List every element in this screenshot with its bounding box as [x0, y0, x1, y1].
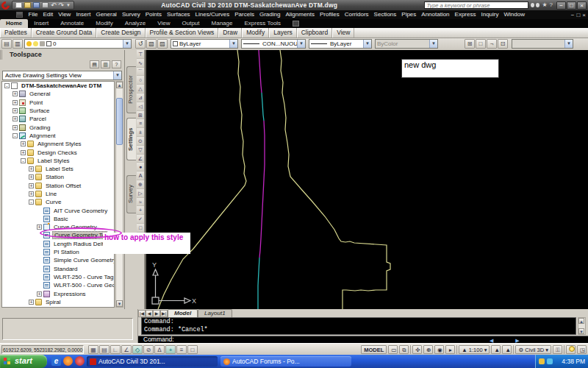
road-edge-left[interactable]: [158, 50, 246, 309]
command-history[interactable]: Command:Command: *Cancel*: [141, 317, 576, 335]
zoom-icon[interactable]: ⊕: [423, 345, 433, 354]
menu-profiles[interactable]: Profiles: [318, 10, 343, 19]
tree-item-basic[interactable]: Basic: [2, 215, 114, 223]
side-tool-icon-19[interactable]: +: [137, 206, 144, 215]
tray-icon-1[interactable]: [539, 358, 545, 364]
collapse-icon[interactable]: -: [29, 199, 34, 205]
side-tool-icon-16[interactable]: ⊕: [137, 180, 144, 189]
layer-dropdown-arrow-icon[interactable]: ▼: [123, 40, 131, 48]
settings-view-select[interactable]: Active Drawing Settings View ▼: [2, 71, 122, 80]
ribbon-tab-manage[interactable]: Manage: [206, 19, 239, 28]
layer-select[interactable]: 0 ▼: [24, 39, 132, 49]
expand-icon[interactable]: +: [29, 183, 34, 188]
app-restore-button[interactable]: □: [567, 1, 576, 10]
scroll-up-icon[interactable]: ▲: [116, 82, 123, 88]
quick-view-drawings-icon[interactable]: ⧉: [399, 345, 409, 354]
annotation-scale-button[interactable]: ▲ 1:100 ▾: [459, 345, 490, 354]
ribbon-tab-home[interactable]: Home: [0, 19, 28, 28]
menu-insert[interactable]: Insert: [74, 10, 93, 19]
lineweight-dropdown-arrow-icon[interactable]: ▼: [363, 40, 371, 48]
tree-item-label-styles[interactable]: -Label Styles: [2, 157, 114, 165]
expand-icon[interactable]: +: [29, 174, 34, 180]
toggle-ortho[interactable]: ∟: [110, 345, 121, 354]
make-layer-current-icon[interactable]: ↺: [135, 39, 146, 49]
coordinate-display[interactable]: 619212.6209, 5523182.2982, 0.0000: [1, 345, 84, 354]
side-tool-icon-8[interactable]: ⊞: [137, 111, 144, 120]
command-input-line[interactable]: Command: ◀ ▶: [138, 336, 588, 343]
expand-icon[interactable]: +: [12, 100, 18, 105]
tree-item-ait-curve-geometry[interactable]: AIT Curve Geometry: [2, 206, 114, 214]
tree-item-alignment[interactable]: -Alignment: [2, 132, 114, 140]
side-tool-icon-17[interactable]: ▷: [137, 189, 144, 198]
doc-close-button[interactable]: ×: [582, 12, 586, 18]
toggle-otrack[interactable]: ⊘: [143, 345, 154, 354]
ribbon-panel-clipboard[interactable]: Clipboard: [297, 28, 332, 38]
app-minimize-button[interactable]: −: [556, 1, 566, 10]
side-tool-icon-7[interactable]: ◁: [137, 102, 144, 111]
menu-pipes[interactable]: Pipes: [399, 10, 419, 19]
tree-item-station[interactable]: +Station: [2, 173, 114, 181]
clean-screen-icon[interactable]: ◳: [577, 345, 587, 354]
tree-item-spiral[interactable]: +Spiral: [2, 298, 114, 306]
menu-surfaces[interactable]: Surfaces: [165, 10, 193, 19]
ribbon-tab-output[interactable]: Output: [176, 19, 206, 28]
menu-file[interactable]: File: [26, 10, 40, 19]
side-tool-icon-4[interactable]: ○: [137, 76, 144, 85]
plot-icon[interactable]: [42, 2, 49, 8]
menu-general[interactable]: General: [93, 10, 119, 19]
alignment-centerline-magenta-main[interactable]: [259, 121, 265, 258]
drawing-canvas[interactable]: Y X new dwg: [145, 50, 588, 309]
side-tool-icon-9[interactable]: ≡: [137, 119, 144, 128]
alignment-centerline-magenta-top[interactable]: [259, 50, 262, 93]
menu-sections[interactable]: Sections: [371, 10, 399, 19]
expand-icon[interactable]: +: [21, 150, 26, 155]
pan-icon[interactable]: ✣: [412, 345, 422, 354]
tree-item-design-checks[interactable]: +Design Checks: [2, 148, 114, 156]
side-tool-icon-12[interactable]: ▽: [137, 146, 144, 155]
internet-explorer-icon[interactable]: e: [51, 356, 61, 366]
tree-item-line[interactable]: +Line: [2, 190, 114, 198]
tree-item-expressions[interactable]: +Expressions: [2, 289, 114, 297]
toggle-osnap[interactable]: ◇: [132, 345, 143, 354]
menu-view[interactable]: View: [56, 10, 74, 19]
menu-lines-curves[interactable]: Lines/Curves: [193, 10, 232, 19]
settings-view-arrow-icon[interactable]: ▼: [113, 71, 121, 79]
tree-item-general[interactable]: +General: [2, 90, 114, 98]
command-scroll-down-icon[interactable]: ▼: [578, 328, 584, 334]
tool-button-3-icon[interactable]: ¬: [487, 39, 497, 49]
tree-item-curve-geometry[interactable]: +Curve Geometry: [2, 223, 114, 231]
binoculars-search-icon[interactable]: [531, 2, 539, 8]
side-tool-icon-21[interactable]: □: [137, 224, 144, 233]
quick-view-layouts-icon[interactable]: ▭: [388, 345, 398, 354]
doc-restore-button[interactable]: □: [576, 12, 580, 18]
ribbon-panel-profile-section-views[interactable]: Profile & Section Views: [146, 28, 219, 38]
toggle-grid[interactable]: ▤: [99, 345, 110, 354]
toolspace-tab-settings[interactable]: Settings: [126, 118, 136, 160]
menu-window[interactable]: Window: [501, 10, 527, 19]
toolspace-tab-prospector[interactable]: Prospector: [126, 66, 136, 113]
tree-item-wlrt-250-curve-tag[interactable]: WLRT-250 - Curve Tag: [2, 273, 114, 281]
show-motion-icon[interactable]: ▸: [445, 345, 455, 354]
linetype-dropdown-arrow-icon[interactable]: ▼: [297, 40, 305, 48]
toggle-ducs[interactable]: ∆: [154, 345, 165, 354]
tree-item-station-offset[interactable]: +Station Offset: [2, 182, 114, 190]
annotation-visibility-icon[interactable]: ▲: [491, 345, 501, 354]
layer-previous-icon[interactable]: ▧: [146, 39, 157, 49]
favorites-star-icon[interactable]: ★: [542, 1, 547, 9]
ribbon-minimize-icon[interactable]: [293, 21, 299, 26]
ribbon-panel-modify[interactable]: Modify: [242, 28, 269, 38]
side-tool-icon-11[interactable]: ⊙: [137, 137, 144, 146]
menu-browser-icon[interactable]: [16, 12, 23, 18]
side-tool-icon-2[interactable]: ∿: [137, 59, 144, 68]
tree-item-curve-geometry-tc[interactable]: Curve Geometry Tc: [2, 231, 114, 239]
ribbon-panel-draw[interactable]: Draw: [218, 28, 242, 38]
more-icon[interactable]: ▼: [66, 2, 71, 8]
open-icon[interactable]: [24, 2, 31, 8]
model-space-button[interactable]: MODEL: [361, 345, 387, 354]
tree-item-dtm-saskatchewanave-dtm[interactable]: -DTM-SaskatchewanAve DTM: [2, 82, 114, 90]
side-tool-icon-18[interactable]: ≈: [137, 198, 144, 207]
expand-icon[interactable]: +: [29, 191, 34, 197]
start-button[interactable]: start: [0, 355, 47, 368]
menu-corridors[interactable]: Corridors: [342, 10, 371, 19]
expand-icon[interactable]: +: [29, 166, 34, 171]
